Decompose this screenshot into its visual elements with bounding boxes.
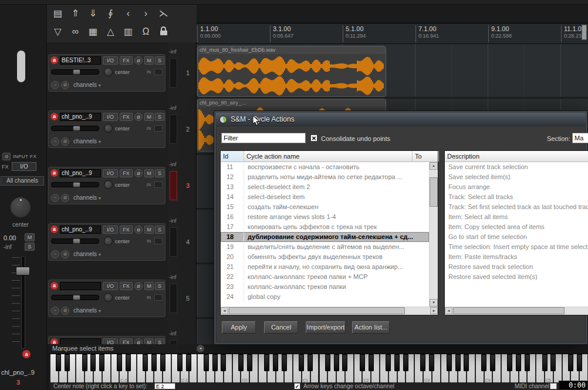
piano-black-key[interactable] — [247, 354, 252, 371]
record-arm-button[interactable]: a — [50, 338, 58, 344]
track-name-field[interactable]: BESTIE!..3 — [60, 56, 101, 65]
io-button[interactable]: I/O — [103, 226, 118, 234]
fx-empty-button[interactable]: ⊘ — [61, 81, 69, 89]
description-row[interactable]: Item: Paste items/tracks — [445, 252, 588, 262]
mute-button[interactable]: M — [144, 113, 154, 121]
filter-icon[interactable]: ▽ — [50, 24, 65, 39]
volume-slider[interactable] — [51, 126, 99, 131]
envelope-button[interactable]: ~ — [51, 81, 59, 89]
hscrollbar-thumb[interactable] — [229, 307, 405, 314]
io-button[interactable]: I/O — [103, 169, 118, 177]
cycle-action-row[interactable]: 18 дублирование содержимого тайм-селекше… — [221, 232, 429, 242]
pan-knob[interactable] — [104, 180, 113, 189]
piano-black-key[interactable] — [420, 354, 425, 371]
cycle-action-row[interactable]: 16 restore arrange views slots 1-4 — [221, 212, 429, 222]
grid-icon[interactable]: ▥ — [121, 24, 136, 39]
piano-black-key[interactable] — [342, 354, 347, 371]
piano-black-key[interactable] — [204, 354, 209, 371]
piano-black-key[interactable] — [299, 354, 304, 371]
center-note-input[interactable] — [154, 383, 175, 389]
cycle-action-row[interactable]: 15 создать тайм-селекшен — [221, 202, 429, 212]
piano-black-key[interactable] — [490, 354, 495, 371]
input-monitor[interactable] — [154, 238, 163, 244]
cycle-action-row[interactable]: 20 обменять эффекты двух выделенных трек… — [221, 252, 429, 262]
paperclip-icon[interactable]: ∮ — [103, 6, 118, 21]
piano-black-key[interactable] — [126, 354, 131, 371]
piano-black-key[interactable] — [307, 354, 313, 371]
pan-knob[interactable] — [104, 68, 113, 76]
fx-button[interactable]: FX — [120, 169, 133, 177]
cycle-action-row[interactable]: 14 select-deselect item — [221, 192, 429, 202]
scroll-down-button[interactable]: ▼ — [430, 299, 438, 307]
input-fx-power-icon[interactable]: ⊙ — [2, 153, 11, 160]
new-project-icon[interactable]: ▤ — [50, 6, 65, 21]
cycle-action-row[interactable]: 11 воспроизвести с начала - остановить — [221, 162, 429, 172]
volume-slider[interactable] — [51, 69, 99, 75]
action-list-vscrollbar[interactable]: ▲ ▼ — [429, 162, 438, 307]
channels-dropdown[interactable]: channels ▾ — [73, 194, 101, 201]
fx-empty-button[interactable]: ⊘ — [61, 307, 69, 315]
midi-channel-select[interactable] — [550, 383, 557, 389]
undo-icon[interactable]: ‹ — [121, 6, 136, 21]
piano-black-key[interactable] — [525, 354, 530, 371]
input-monitor[interactable] — [154, 294, 163, 301]
dialog-titlebar[interactable]: S&M - Cycle Actions — [216, 113, 586, 126]
description-hscrollbar[interactable]: ◄ ► — [445, 307, 588, 315]
piano-black-key[interactable] — [273, 354, 278, 371]
envelope-button[interactable]: ~ — [51, 250, 59, 258]
envelope-button[interactable]: ~ — [51, 137, 59, 146]
description-row[interactable]: Focus arrange — [445, 182, 588, 192]
solo-button[interactable]: S — [155, 56, 164, 65]
solo-button[interactable]: S — [155, 338, 164, 344]
render-icon[interactable]: ⋋ — [156, 6, 171, 21]
fx-empty-button[interactable]: ⊘ — [61, 250, 69, 258]
piano-black-key[interactable] — [90, 354, 96, 371]
column-header[interactable]: Id — [221, 151, 244, 162]
piano-black-key[interactable] — [568, 354, 573, 371]
phase-button[interactable]: ø — [134, 226, 143, 234]
mute-button[interactable]: M — [25, 233, 35, 241]
input-monitor[interactable] — [154, 125, 163, 132]
description-column-header[interactable]: Description — [445, 151, 588, 162]
lock-icon[interactable] — [156, 24, 171, 39]
track-name-field[interactable]: chl_pno_..9 — [60, 169, 101, 177]
fx-button[interactable]: FX — [120, 56, 133, 65]
fx-button[interactable]: FX — [120, 226, 133, 234]
input-monitor[interactable] — [154, 69, 163, 75]
hscrollbar-thumb[interactable] — [453, 307, 565, 314]
description-row[interactable]: Track: Select all tracks — [445, 192, 588, 202]
consolidate-undo-checkbox[interactable]: ✕ — [310, 135, 317, 142]
mute-button[interactable]: M — [144, 282, 154, 290]
fx-empty-button[interactable]: ⊘ — [61, 194, 69, 202]
io-button[interactable]: I/O — [103, 113, 118, 121]
track-name-field[interactable] — [60, 338, 101, 344]
apply-button[interactable]: Apply — [222, 321, 256, 334]
io-button[interactable]: I/O — [103, 338, 118, 344]
piano-black-key[interactable] — [577, 354, 582, 371]
io-button[interactable]: I/O — [103, 282, 118, 290]
io-button[interactable]: I/O — [12, 162, 36, 171]
description-row[interactable]: Save selected item(s) — [445, 172, 588, 182]
phase-button[interactable]: ø — [134, 169, 143, 177]
cycle-action-row[interactable]: 13 select-deselect item 2 — [221, 182, 429, 192]
record-arm-button[interactable]: a — [22, 350, 31, 358]
phase-button[interactable]: ø — [134, 56, 143, 65]
record-arm-button[interactable]: a — [50, 169, 58, 177]
column-header[interactable]: To — [413, 151, 439, 162]
piano-black-key[interactable] — [516, 354, 521, 371]
envelope-button[interactable]: ~ — [51, 307, 59, 315]
cycle-action-row[interactable]: 21 перейти к началу, но сохранить вид ок… — [221, 262, 429, 272]
open-project-icon[interactable]: ⇑ — [68, 6, 83, 21]
volume-slider[interactable] — [51, 238, 99, 244]
volume-slider-handle[interactable] — [73, 182, 80, 187]
description-row[interactable]: Item: Copy selected area of items — [445, 222, 588, 232]
piano-black-key[interactable] — [447, 354, 452, 371]
action-list-hscrollbar[interactable]: ◄ ► — [221, 307, 438, 315]
channels-dropdown[interactable]: channels ▾ — [73, 138, 101, 144]
piano-black-key[interactable] — [282, 354, 287, 371]
piano-black-key[interactable] — [221, 354, 226, 371]
pan-knob[interactable] — [104, 237, 113, 246]
piano-black-key[interactable] — [325, 354, 330, 371]
piano-black-key[interactable] — [481, 354, 486, 371]
description-row[interactable]: Restore saved selected item(s) — [445, 272, 588, 282]
